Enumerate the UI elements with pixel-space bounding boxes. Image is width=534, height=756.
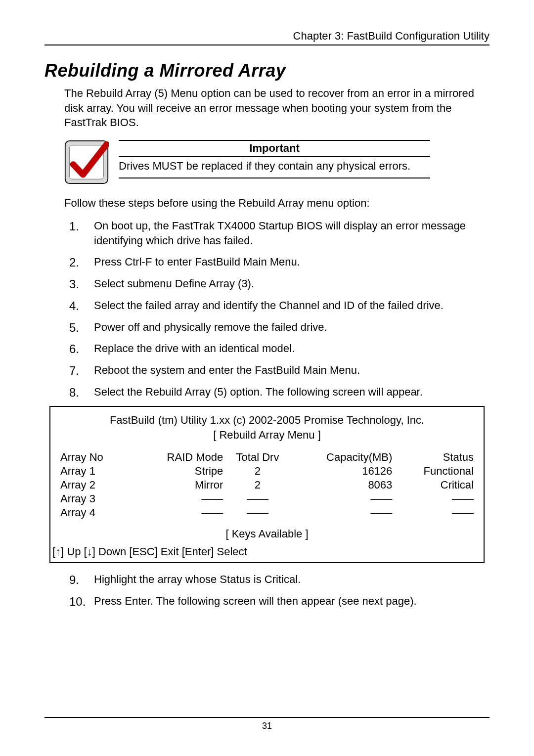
table-cell: Array 4	[60, 506, 142, 520]
table-cell: Stripe	[142, 464, 223, 478]
table-cell: 8063	[292, 478, 393, 492]
checkmark-icon	[64, 140, 109, 184]
screen-subheader: [ Rebuild Array Menu ]	[60, 429, 474, 442]
callout-title: Important	[119, 140, 430, 157]
table-cell: ——	[223, 492, 292, 506]
table-cell: ——	[292, 506, 393, 520]
table-cell: Mirror	[142, 478, 223, 492]
table-cell: Critical	[392, 478, 474, 492]
page-title: Rebuilding a Mirrored Array	[44, 60, 490, 81]
intro-paragraph: The Rebuild Array (5) Menu option can be…	[64, 86, 490, 130]
keys-line: [↑] Up [↓] Down [ESC] Exit [Enter] Selec…	[50, 545, 484, 558]
callout-text: Drives MUST be replaced if they contain …	[119, 157, 430, 178]
table-cell: 16126	[292, 464, 393, 478]
table-cell: Array 2	[60, 478, 142, 492]
important-callout: Important Drives MUST be replaced if the…	[64, 140, 490, 184]
array-table: Array No RAID Mode Total Drv Capacity(MB…	[60, 450, 474, 520]
follow-line: Follow these steps before using the Rebu…	[64, 197, 490, 210]
col-header-raid-mode: RAID Mode	[142, 450, 223, 464]
step-item: Replace the drive with an identical mode…	[69, 341, 490, 356]
bios-screen: FastBuild (tm) Utility 1.xx (c) 2002-200…	[49, 406, 485, 563]
table-cell: ——	[142, 492, 223, 506]
col-header-status: Status	[392, 450, 474, 464]
table-cell: ——	[292, 492, 393, 506]
steps-list-before: On boot up, the FastTrak TX4000 Startup …	[69, 219, 490, 399]
step-item: Highlight the array whose Status is Crit…	[69, 572, 490, 587]
step-item: Reboot the system and enter the FastBuil…	[69, 363, 490, 378]
step-item: On boot up, the FastTrak TX4000 Startup …	[69, 219, 490, 248]
col-header-total-drv: Total Drv	[223, 450, 292, 464]
col-header-capacity: Capacity(MB)	[292, 450, 393, 464]
page-number: 31	[44, 717, 490, 731]
table-cell: Functional	[392, 464, 474, 478]
table-cell: Array 1	[60, 464, 142, 478]
table-cell: ——	[392, 492, 474, 506]
table-cell: ——	[392, 506, 474, 520]
step-item: Select the Rebuild Array (5) option. The…	[69, 385, 490, 400]
step-item: Select the failed array and identify the…	[69, 298, 490, 313]
table-cell: 2	[223, 464, 292, 478]
keys-available-label: [ Keys Available ]	[60, 528, 474, 540]
step-item: Power off and physically remove the fail…	[69, 320, 490, 335]
chapter-header: Chapter 3: FastBuild Configuration Utili…	[44, 30, 490, 45]
steps-list-after: Highlight the array whose Status is Crit…	[69, 572, 490, 608]
table-cell: Array 3	[60, 492, 142, 506]
screen-header: FastBuild (tm) Utility 1.xx (c) 2002-200…	[60, 414, 474, 427]
col-header-array-no: Array No	[60, 450, 142, 464]
step-item: Select submenu Define Array (3).	[69, 276, 490, 291]
table-cell: ——	[223, 506, 292, 520]
table-cell: ——	[142, 506, 223, 520]
step-item: Press Ctrl-F to enter FastBuild Main Men…	[69, 255, 490, 269]
table-cell: 2	[223, 478, 292, 492]
step-item: Press Enter. The following screen will t…	[69, 594, 490, 609]
